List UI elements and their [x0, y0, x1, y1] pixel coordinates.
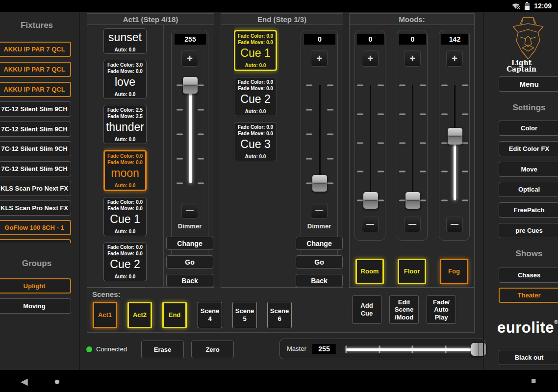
fixture-button-7c12-3[interactable]: 7C-12 Silent Slim 9CH	[0, 141, 71, 156]
settings-button-color[interactable]: Color	[499, 121, 558, 136]
end-back-button[interactable]: Back	[296, 274, 343, 287]
left-sidebar: Fixtures AKKU IP PAR 7 QCL AKKU IP PAR 7…	[0, 12, 80, 370]
shows-button-theater[interactable]: Theater	[499, 288, 558, 303]
fixture-button-akku-2[interactable]: AKKU IP PAR 7 QCL	[0, 62, 71, 77]
cue-name: moon	[111, 167, 139, 179]
battery-icon	[525, 2, 530, 10]
scenes-panel: Scenes: Act1 Act2 End Scene 4 Scene 5 Sc…	[87, 288, 475, 333]
fader-minus-button[interactable]: —	[181, 203, 198, 219]
cue-sunset[interactable]: sunset Auto: 0.0	[103, 28, 147, 54]
shows-button-chases[interactable]: Chases	[499, 268, 558, 283]
fader-minus-button[interactable]: —	[311, 203, 328, 219]
end-panel-title: End (Step 1/3)	[221, 14, 343, 25]
scene-button-6[interactable]: Scene 6	[267, 302, 292, 328]
moods-panel: Moods: 0 + — 0 + — 142 + — Room Floor	[349, 13, 475, 288]
cue-3-end[interactable]: Fade Color: 0.0 Fade Move: 0.0 Cue 3 Aut…	[234, 122, 277, 161]
connection-status-dot	[86, 346, 92, 352]
fade-auto-play-button[interactable]: Fade/ Auto Play	[427, 295, 456, 324]
act1-dimmer-fader: 255 + — Dimmer	[171, 30, 208, 261]
home-icon[interactable]: ●	[54, 375, 60, 387]
fixture-button-kls-2[interactable]: KLS Scan Pro Next FX	[0, 200, 71, 216]
fader-plus-button[interactable]: +	[311, 50, 328, 67]
fixture-button-partial[interactable]	[0, 239, 71, 243]
menu-button[interactable]: Menu	[499, 76, 558, 92]
cue-thunder[interactable]: Fade Color: 2.5 Fade Move: 2.5 thunder A…	[103, 105, 147, 144]
cue-2-act1[interactable]: Fade Color: 0.0 Fade Move: 0.0 Cue 2 Aut…	[103, 242, 147, 281]
act1-go-button[interactable]: Go	[166, 255, 213, 269]
fixture-button-kls-1[interactable]: KLS Scan Pro Next FX	[0, 181, 71, 196]
recents-icon[interactable]: ■	[531, 376, 536, 386]
back-icon[interactable]: ◀	[21, 375, 28, 387]
fixture-button-7c12-2[interactable]: 7C-12 Silent Slim 9CH	[0, 122, 71, 137]
fixture-button-goflow[interactable]: GoFlow 100 8CH - 1	[0, 220, 71, 235]
scene-button-act1[interactable]: Act1	[93, 302, 117, 328]
scene-button-4[interactable]: Scene 4	[198, 302, 222, 328]
settings-button-freepatch[interactable]: FreePatch	[499, 202, 558, 218]
cue-1-end-selected[interactable]: Fade Color: 0.0 Fade Move: 0.0 Cue 1 Aut…	[234, 30, 277, 71]
zero-button[interactable]: Zero	[191, 341, 234, 358]
act1-panel-title: Act1 (Step 4/18)	[87, 14, 214, 25]
end-change-button[interactable]: Change	[296, 237, 343, 250]
mood-button-room[interactable]: Room	[355, 259, 384, 284]
fader-minus-button[interactable]: —	[404, 217, 421, 232]
master-fader: Master 255	[279, 339, 485, 359]
fader-value: 255	[175, 34, 206, 45]
settings-button-optical[interactable]: Optical	[499, 182, 558, 197]
mood-button-fog[interactable]: Fog	[440, 259, 468, 284]
right-sidebar: Light Captain Menu Settings Color Edit C…	[483, 12, 558, 370]
fixture-button-akku-3[interactable]: AKKU IP PAR 7 QCL	[0, 82, 71, 97]
fader-slider[interactable]	[357, 85, 384, 200]
eurolite-logo: eurolite®	[497, 319, 558, 337]
fader-label: Dimmer	[301, 222, 337, 230]
master-slider[interactable]	[346, 339, 479, 360]
fader-minus-button[interactable]: —	[362, 217, 379, 232]
mood-fader-2: 0 + —	[397, 30, 428, 241]
fader-plus-button[interactable]: +	[446, 50, 463, 67]
cue-moon-selected[interactable]: Fade Color: 0.0 Fade Move: 0.0 moon Auto…	[103, 150, 147, 191]
connection-status-label: Connected	[96, 345, 127, 353]
group-button-uplight[interactable]: Uplight	[0, 278, 71, 294]
settings-heading: Settings	[499, 103, 558, 113]
moods-panel-title: Moods:	[350, 14, 474, 25]
cue-2-end[interactable]: Fade Color: 0.0 Fade Move: 0.0 Cue 2 Aut…	[234, 77, 277, 116]
fixtures-heading: Fixtures	[0, 21, 74, 30]
end-panel: End (Step 1/3) Fade Color: 0.0 Fade Move…	[221, 13, 343, 288]
edit-scene-mood-button[interactable]: Edit Scene /Mood	[389, 295, 419, 324]
end-dimmer-fader: 0 + — Dimmer	[301, 30, 338, 261]
mood-button-floor[interactable]: Floor	[398, 259, 426, 284]
settings-button-move[interactable]: Move	[499, 162, 558, 177]
fader-slider[interactable]	[441, 85, 468, 200]
fader-plus-button[interactable]: +	[181, 50, 198, 67]
fader-label: Dimmer	[172, 222, 208, 230]
settings-button-edit-color-fx[interactable]: Edit Color FX	[499, 141, 558, 156]
fader-slider[interactable]	[177, 85, 204, 183]
clock: 12:09	[534, 2, 552, 10]
fixture-button-7c12-1[interactable]: 7C-12 Silent Slim 9CH	[0, 101, 71, 117]
add-cue-button[interactable]: Add Cue	[352, 295, 381, 324]
scene-button-act2[interactable]: Act2	[127, 302, 152, 328]
scene-button-end[interactable]: End	[162, 302, 187, 328]
fixture-button-akku-1[interactable]: AKKU IP PAR 7 QCL	[0, 42, 71, 57]
fixture-button-7c12-4[interactable]: 7C-12 Silent Slim 9CH	[0, 161, 71, 176]
end-cue-list: Fade Color: 0.0 Fade Move: 0.0 Cue 1 Aut…	[234, 25, 279, 288]
cue-1-act1[interactable]: Fade Color: 0.0 Fade Move: 0.0 Cue 1 Aut…	[103, 197, 147, 236]
fader-minus-button[interactable]: —	[446, 217, 463, 232]
cue-love[interactable]: Fade Color: 3.0 Fade Move: 0.0 love Auto…	[103, 60, 147, 99]
master-label: Master	[287, 345, 306, 352]
fader-slider[interactable]	[399, 85, 426, 200]
scene-button-5[interactable]: Scene 5	[232, 302, 257, 328]
erase-button[interactable]: Erase	[141, 341, 184, 358]
act1-back-button[interactable]: Back	[166, 274, 213, 287]
end-go-button[interactable]: Go	[296, 255, 343, 269]
group-button-moving[interactable]: Moving	[0, 298, 71, 314]
act1-change-button[interactable]: Change	[166, 237, 213, 250]
act1-cue-list: sunset Auto: 0.0 Fade Color: 3.0 Fade Mo…	[103, 25, 149, 288]
android-nav-bar: ◀ ● ■	[0, 370, 558, 392]
fader-plus-button[interactable]: +	[404, 50, 421, 67]
fader-plus-button[interactable]: +	[362, 50, 379, 67]
status-bar: 12:09	[0, 0, 558, 12]
blackout-button[interactable]: Black out	[499, 350, 558, 365]
settings-button-pre-cues[interactable]: pre Cues	[499, 223, 558, 238]
fader-slider[interactable]	[306, 85, 333, 183]
act1-panel: Act1 (Step 4/18) sunset Auto: 0.0 Fade C…	[87, 13, 214, 288]
